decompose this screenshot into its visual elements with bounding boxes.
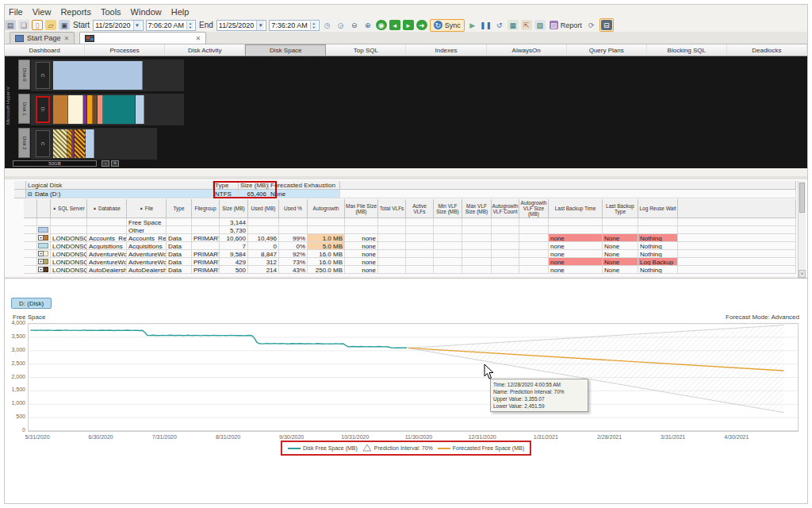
disk-label[interactable]: Disk 1	[18, 94, 30, 124]
cell-sql_server[interactable]	[51, 218, 87, 226]
cell-used_mb[interactable]	[248, 218, 279, 226]
tab-indexes[interactable]: Indexes	[406, 44, 486, 56]
column-header-last-backup-type[interactable]: Last Backup Type	[603, 199, 638, 218]
cell-last_backup_time[interactable]: none	[549, 250, 603, 258]
cell-database[interactable]	[87, 226, 127, 234]
volume-label[interactable]: D:	[36, 96, 50, 123]
disk-free-space-line[interactable]	[30, 330, 407, 348]
disk-block[interactable]	[103, 95, 136, 124]
cell-active_vlfs[interactable]	[406, 218, 434, 226]
cell-ag_vlf_count[interactable]	[492, 226, 519, 234]
disk-label[interactable]: Disk 2	[18, 128, 30, 158]
cell-last_backup_type[interactable]: None	[603, 258, 638, 266]
nav-first-icon[interactable]: ◉	[376, 20, 387, 30]
cell-used_mb[interactable]: 312	[248, 258, 279, 266]
cell-log_reuse_wait[interactable]: Nothing	[638, 266, 678, 274]
column-header-type[interactable]: Type	[213, 181, 239, 190]
legend-item-disk-free-space-mb-[interactable]: Disk Free Space (MB)	[288, 445, 358, 451]
cell-max_file_size[interactable]: none	[345, 242, 378, 250]
cell-last_backup_type[interactable]	[603, 218, 638, 226]
tab-top-sql[interactable]: Top SQL	[326, 44, 406, 56]
column-header-max-vlf-size-mb-[interactable]: Max VLF Size (MB)	[462, 199, 492, 218]
cell-total_vlfs[interactable]	[378, 258, 406, 266]
cell-ag_vlf_size[interactable]	[519, 234, 549, 242]
tab-dashboard[interactable]: Dashboard	[5, 44, 85, 56]
cell-type[interactable]: Data	[167, 258, 192, 266]
cell-ag_vlf_count[interactable]	[492, 234, 519, 242]
close-icon[interactable]: ✕	[196, 35, 201, 42]
cell-active_vlfs[interactable]	[406, 250, 434, 258]
copy-icon[interactable]: ❏	[18, 20, 29, 30]
disk-block[interactable]	[75, 129, 86, 158]
cell-max_vlf[interactable]	[462, 242, 492, 250]
tab-disk-space[interactable]: Disk Space	[245, 44, 326, 56]
sync-button[interactable]: ↻Sync	[430, 19, 465, 32]
cell-ag_vlf_size[interactable]	[519, 258, 549, 266]
disk-block[interactable]	[68, 95, 83, 124]
cell-last_backup_type[interactable]: None	[603, 242, 638, 250]
cell-max_file_size[interactable]	[345, 218, 378, 226]
play-icon[interactable]: ▶	[467, 20, 478, 30]
disk-block[interactable]	[53, 95, 68, 124]
cell-last_backup_type[interactable]: None	[603, 266, 638, 274]
cell-last_backup_type[interactable]	[603, 226, 638, 234]
disk-label[interactable]: Disk 0	[18, 60, 30, 90]
cell-active_vlfs[interactable]	[406, 242, 434, 250]
cell-autogrowth[interactable]: 5.0 MB	[308, 242, 345, 250]
column-header-size-mb-[interactable]: Size (MB)	[220, 199, 248, 218]
column-header-filler[interactable]	[340, 181, 796, 190]
cell-ag_vlf_count[interactable]	[492, 258, 519, 266]
cell-used_pct[interactable]	[279, 218, 308, 226]
cell-min_vlf[interactable]	[434, 266, 462, 274]
chart-icon[interactable]: ▧	[534, 20, 546, 30]
cell-max_file_size[interactable]	[345, 226, 378, 234]
tab-query-plans[interactable]: Query Plans	[567, 44, 647, 56]
tab-alwayson[interactable]: AlwaysOn	[487, 44, 567, 56]
cell-used_mb[interactable]: 8,847	[248, 250, 279, 258]
menu-view[interactable]: View	[29, 7, 56, 17]
cell-ag_vlf_size[interactable]	[519, 242, 549, 250]
cell-type[interactable]	[167, 218, 192, 226]
nav-prev-icon[interactable]: ◂	[389, 20, 400, 30]
cell-file[interactable]: AdventureWor...	[127, 250, 167, 258]
cell-database[interactable]: AdventureWor...	[87, 250, 127, 258]
pause-icon[interactable]: ❚❚	[481, 20, 492, 30]
tab-server-view[interactable]: ✕	[79, 32, 206, 44]
cell-autogrowth[interactable]	[308, 218, 345, 226]
column-header-size-mb-[interactable]: Size (MB)	[239, 181, 269, 190]
disk-block[interactable]	[87, 95, 93, 124]
column-header-logical-disk[interactable]: Logical Disk	[26, 181, 213, 190]
cell-total_vlfs[interactable]	[378, 266, 406, 274]
cell-size_mb[interactable]: 10,600	[220, 234, 248, 242]
cell-size_mb[interactable]: 5,730	[220, 226, 248, 234]
logical-disk-cell[interactable]: ⊟Data (D:)	[26, 190, 213, 198]
cell-last_backup_time[interactable]	[549, 218, 603, 226]
cell-min_vlf[interactable]	[434, 226, 462, 234]
cell-used_mb[interactable]: 10,496	[248, 234, 279, 242]
cell-filegroup[interactable]	[192, 242, 220, 250]
cell-used_pct[interactable]: 0%	[279, 242, 308, 250]
report-button[interactable]: ▨Report	[548, 21, 584, 29]
menu-tools[interactable]: Tools	[97, 7, 125, 17]
column-header-total-vlfs[interactable]: Total VLFs	[378, 199, 406, 218]
cell-filegroup[interactable]: PRIMARY	[192, 234, 220, 242]
disk-series-button[interactable]: D: (Disk)	[11, 298, 52, 309]
nav-last-icon[interactable]: ➜	[416, 20, 427, 30]
table-icon[interactable]: ▦	[508, 20, 519, 30]
cell-ag_vlf_count[interactable]	[492, 218, 519, 226]
cell-type[interactable]: Data	[167, 250, 192, 258]
disk-zoom-in-button[interactable]: +	[111, 160, 119, 167]
cell-sql_server[interactable]: LONDONSQL01...	[51, 250, 87, 258]
cell-max_file_size[interactable]: none	[345, 258, 378, 266]
cell-max_vlf[interactable]	[462, 258, 492, 266]
cell-used_pct[interactable]	[279, 226, 308, 234]
cell-sql_server[interactable]: LONDONSQL01...	[51, 258, 87, 266]
time-spinner-icon[interactable]: ▲▼	[186, 21, 193, 29]
cell-total_vlfs[interactable]	[378, 250, 406, 258]
cell-ag_vlf_count[interactable]	[492, 250, 519, 258]
cell-autogrowth[interactable]: 250.0 MB	[308, 266, 345, 274]
cell-sql_server[interactable]: LONDONSQL01...	[51, 234, 87, 242]
cell-active_vlfs[interactable]	[406, 266, 434, 274]
cell-total_vlfs[interactable]	[378, 226, 406, 234]
open-folder-icon[interactable]: ▱	[45, 20, 56, 30]
